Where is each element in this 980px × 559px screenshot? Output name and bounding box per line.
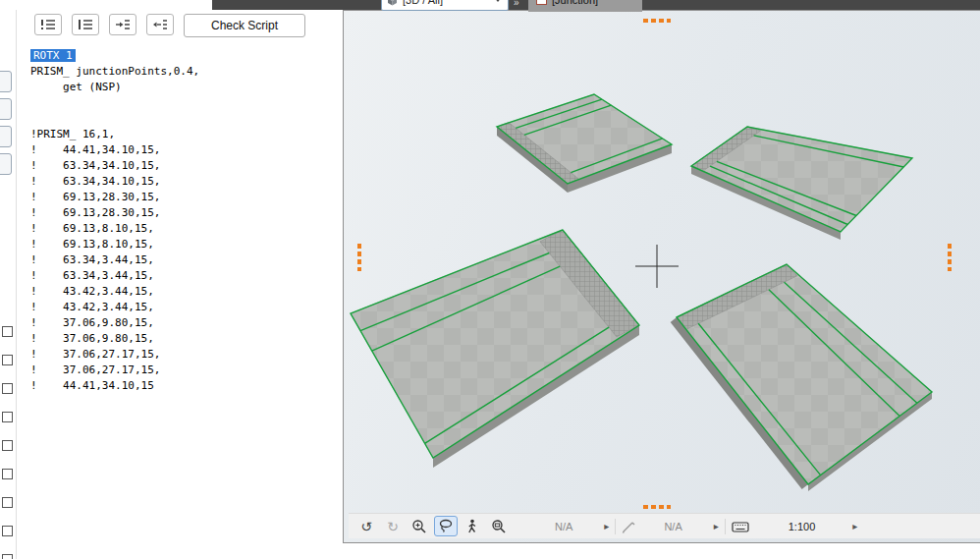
code-line[interactable]: ! 69.13,8.10,15,: [30, 238, 335, 253]
3d-scene: [344, 11, 980, 544]
code-line[interactable]: ! 44.41,34.10,15,: [30, 143, 335, 159]
keyboard-icon: [732, 521, 749, 532]
toggle-comment-button[interactable]: [34, 14, 62, 35]
code-line[interactable]: [30, 96, 335, 112]
code-line[interactable]: ! 69.13,28.30,15,: [30, 206, 335, 222]
layer-checkbox[interactable]: [2, 412, 13, 422]
lasso-icon: [438, 519, 454, 533]
left-checkbox-column: [2, 326, 13, 559]
code-line[interactable]: ! 43.42,3.44,15,: [30, 285, 335, 301]
check-script-button[interactable]: Check Script: [184, 14, 305, 37]
code-line[interactable]: [30, 112, 335, 128]
code-line[interactable]: ! 69.13,28.30,15,: [30, 191, 335, 206]
edge-button[interactable]: [0, 71, 12, 92]
outdent-icon: [152, 19, 168, 30]
orbit-forward-button[interactable]: ↻: [381, 516, 405, 536]
walk-mode-button[interactable]: [461, 516, 484, 536]
zoom-extent-icon: [491, 519, 507, 534]
comment-lines-button[interactable]: [72, 14, 99, 35]
code-line[interactable]: ! 37.06,9.80,15,: [30, 332, 335, 348]
elevation-marker-left[interactable]: [357, 244, 361, 271]
walk-icon: [465, 519, 479, 534]
application-window: { "topbar": { "view_selector_label": "[3…: [0, 0, 980, 559]
layer-checkbox[interactable]: [2, 355, 13, 365]
cube-icon: [387, 0, 398, 6]
crosshair-cursor: [635, 245, 679, 288]
edge-button[interactable]: [0, 153, 12, 175]
lasso-select-button[interactable]: [434, 516, 458, 536]
code-line[interactable]: !PRISM_ 16,1,: [30, 128, 335, 143]
tab-junction-label: [Junction]: [552, 0, 598, 6]
code-editor[interactable]: ROTX 1PRISM_ junctionPoints,0.4, get (NS…: [30, 49, 335, 395]
layer-checkbox[interactable]: [2, 383, 13, 394]
code-line[interactable]: ! 63.34,34.10,15,: [30, 159, 335, 175]
edge-button[interactable]: [0, 98, 12, 120]
scale-indicator[interactable]: 1:100: [789, 521, 816, 532]
road-segment-top-right[interactable]: [691, 127, 912, 240]
code-line[interactable]: ! 37.06,27.17,15,: [30, 363, 335, 379]
view-selector-combo[interactable]: [3D / All]: [381, 0, 509, 11]
orbit-back-button[interactable]: ↺: [354, 516, 378, 536]
toolbar-separator: [615, 519, 616, 534]
expander-arrow-icon[interactable]: ▸: [604, 521, 609, 531]
elevation-marker-right[interactable]: [948, 244, 952, 271]
orbit-right-icon: ↻: [387, 520, 399, 533]
code-line[interactable]: ROTX 1: [30, 49, 335, 65]
edge-button[interactable]: [0, 126, 12, 147]
pen-icon: [622, 520, 636, 533]
zoom-extent-button[interactable]: [487, 516, 511, 536]
outdent-button[interactable]: [146, 14, 174, 35]
code-line[interactable]: ! 63.34,3.44,15,: [30, 269, 335, 285]
expander-arrow-icon[interactable]: ▸: [714, 521, 719, 531]
layer-checkbox[interactable]: [2, 326, 13, 337]
road-segment-bottom-left[interactable]: [351, 230, 639, 468]
layer-checkbox[interactable]: [2, 440, 13, 451]
tab-junction[interactable]: [Junction]: [528, 0, 642, 12]
left-partial-buttons: [0, 71, 12, 175]
toolbar-separator: [725, 519, 726, 534]
road-segment-bottom-right[interactable]: [671, 264, 932, 491]
code-line[interactable]: ! 37.06,27.17,15,: [30, 348, 335, 363]
viewport-nav-toolbar: ↺ ↻: [349, 513, 980, 538]
layer-checkbox[interactable]: [2, 526, 13, 536]
code-line[interactable]: ! 37.06,9.80,15,: [30, 316, 335, 332]
code-line[interactable]: ! 63.34,34.10,15,: [30, 175, 335, 191]
3d-viewport[interactable]: ↺ ↻: [343, 10, 980, 543]
tracker-value-2: N/A: [664, 521, 681, 532]
road-segment-top-left[interactable]: [497, 94, 672, 193]
code-line[interactable]: ! 43.42,3.44,15,: [30, 301, 335, 316]
toolbar-overflow-chevrons[interactable]: »: [514, 0, 519, 8]
layer-checkbox[interactable]: [2, 497, 13, 508]
expander-arrow-icon[interactable]: ▸: [852, 521, 857, 531]
indent-button[interactable]: [109, 14, 136, 35]
layer-checkbox[interactable]: [2, 469, 13, 479]
code-line[interactable]: ! 63.34,3.44,15,: [30, 253, 335, 269]
code-line[interactable]: ! 44.41,34.10,15: [30, 379, 335, 395]
elevation-marker-bottom[interactable]: [643, 505, 671, 509]
junction-tab-icon: [536, 0, 547, 5]
indent-icon: [115, 19, 131, 30]
code-line[interactable]: ! 69.13,8.10,15,: [30, 222, 335, 238]
zoom-in-icon: [411, 519, 427, 534]
layer-checkbox[interactable]: [2, 554, 13, 559]
toggle-comment-icon: [40, 19, 56, 30]
zoom-in-button[interactable]: [408, 516, 431, 536]
orbit-left-icon: ↺: [360, 520, 372, 533]
view-selector-label: [3D / All]: [403, 0, 489, 6]
tracker-value-1: N/A: [555, 521, 572, 532]
code-line[interactable]: PRISM_ junctionPoints,0.4,: [30, 65, 335, 81]
comment-lines-icon: [78, 19, 93, 30]
elevation-marker-top[interactable]: [643, 19, 671, 23]
code-line[interactable]: get (NSP): [30, 81, 335, 96]
dropdown-arrow-icon: [494, 0, 503, 3]
gdl-script-panel: Check Script ROTX 1PRISM_ junctionPoints…: [16, 10, 344, 559]
